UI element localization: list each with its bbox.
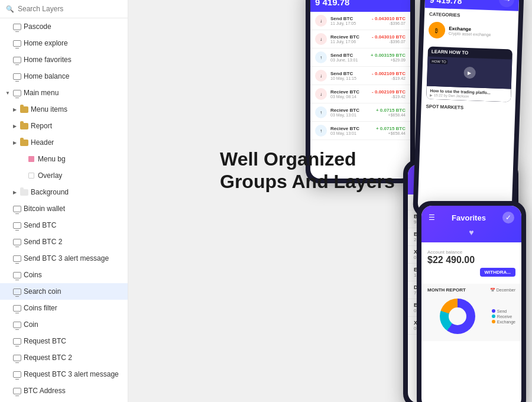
tx-info: Recieve BTC 03 May, 08:14 — [330, 89, 368, 99]
layer-type-icon — [13, 89, 21, 97]
arrow-icon: → — [499, 0, 515, 8]
tx-btc: + 0.0715 BTC — [376, 108, 406, 113]
layer-type-icon — [27, 155, 35, 163]
layer-type-icon — [20, 105, 28, 114]
check-icon-p4: ✓ — [502, 212, 514, 223]
search-bar[interactable]: 🔍 — [0, 0, 128, 18]
tx-btc: + 0.003159 BTC — [371, 53, 406, 58]
layer-item-main-menu[interactable]: Main menu — [0, 85, 128, 101]
tx-info: Recieve BTC 03 May, 13:01 — [330, 108, 372, 117]
layer-item-report[interactable]: Report — [0, 118, 128, 134]
hero-line2: Groups And Layers — [220, 170, 395, 193]
video-duration: ▶ 15:22 — [430, 93, 443, 98]
layer-item-search-coin[interactable]: Search coin — [0, 283, 128, 300]
layer-item-coin[interactable]: Coin — [0, 316, 128, 333]
month-report-title: MONTH REPORT — [427, 287, 466, 293]
layer-type-icon — [20, 122, 28, 130]
right-content: Well Organized Groups And Layers BTC / U… — [128, 0, 532, 402]
layer-label-text: Bitcoin wallet — [24, 205, 65, 213]
layer-item-coins[interactable]: Coins — [0, 267, 128, 283]
categories-title: CATEGORIES — [429, 12, 514, 20]
layer-label-text: Coin — [24, 320, 38, 329]
tx-amount: + 0.0715 BTC +$658.44 — [376, 126, 406, 135]
btc-value: 9 419.78 — [315, 0, 406, 7]
tx-name: Recieve BTC — [330, 108, 372, 113]
withdraw-button[interactable]: WITHDRA... — [480, 268, 515, 277]
transaction-item: ↑ Send BTC 03 June, 13:01 + 0.003159 BTC… — [310, 48, 410, 67]
layer-label-text: Coins — [24, 271, 42, 279]
layer-item-send-btc-3[interactable]: Send BTC 3 alert message — [0, 250, 128, 267]
tx-btc: + 0.0715 BTC — [376, 126, 406, 131]
layer-item-pascode[interactable]: Pascode — [0, 18, 128, 35]
tx-btc: - 0.043010 BTC — [372, 34, 406, 40]
tx-date: 03 June, 13:01 — [330, 58, 367, 62]
december-label: December — [497, 288, 515, 292]
layer-item-request-btc-2[interactable]: Request BTC 2 — [0, 349, 128, 366]
layer-item-coins-filter[interactable]: Coins filter — [0, 300, 128, 316]
tx-amount: - 0.002109 BTC -$19.42 — [372, 71, 406, 80]
transaction-item: ↓ Send BTC 11 July, 17:05 - 0.043010 BTC… — [310, 12, 410, 30]
layer-type-icon — [13, 354, 21, 362]
chevron-icon — [12, 189, 18, 195]
play-button[interactable]: ▶ — [463, 67, 476, 79]
hamburger-icon-p4: ☰ — [429, 213, 435, 222]
tx-usd: +$658.44 — [376, 113, 406, 117]
tx-date: 10 May, 11:15 — [330, 76, 368, 80]
phone3-btc-value: 9 419.78 — [430, 0, 462, 5]
tx-icon: ↓ — [315, 88, 327, 100]
tx-usd: -$19.42 — [372, 76, 406, 80]
hero-text: Well Organized Groups And Layers — [220, 148, 395, 193]
layer-item-background[interactable]: Background — [0, 184, 128, 200]
tx-date: 03 May, 13:01 — [330, 131, 372, 135]
layers-list: PascodeHome exploreHome favoritesHome ba… — [0, 18, 128, 402]
layer-item-request-btc-3[interactable]: Request BTC 3 alert message — [0, 366, 128, 382]
tx-name: Recieve BTC — [330, 126, 372, 131]
tx-info: Send BTC 10 May, 11:15 — [330, 71, 368, 80]
search-input[interactable] — [18, 5, 122, 13]
how-to-label: HOW TO — [430, 59, 448, 64]
search-icon: 🔍 — [6, 5, 14, 13]
layer-type-icon — [13, 39, 21, 47]
layer-type-icon — [13, 205, 21, 213]
layer-label-text: Send BTC 3 alert message — [24, 254, 109, 262]
layer-item-bitcoin-wallet[interactable]: Bitcoin wallet — [0, 200, 128, 217]
tx-icon: ↓ — [315, 70, 327, 82]
chevron-icon — [12, 140, 18, 145]
layer-item-send-btc-2[interactable]: Send BTC 2 — [0, 234, 128, 250]
layer-label-text: BTC Address — [24, 387, 66, 395]
tx-date: 11 July, 17:05 — [330, 21, 368, 25]
layer-type-icon — [13, 387, 21, 395]
layer-item-menu-items[interactable]: Menu items — [0, 101, 128, 118]
tx-usd: -$19.42 — [372, 95, 406, 99]
transaction-item: ↓ Recieve BTC 03 May, 08:14 - 0.002109 B… — [310, 85, 410, 103]
layer-type-icon — [13, 271, 21, 279]
tx-date: 03 May, 13:01 — [330, 113, 372, 117]
chevron-icon — [12, 123, 18, 129]
layer-item-header[interactable]: Header — [0, 134, 128, 151]
layer-item-home-balance[interactable]: Home balance — [0, 68, 128, 85]
layer-item-btc-address[interactable]: BTC Address — [0, 382, 128, 399]
layer-type-icon — [13, 337, 21, 345]
layer-item-overlay[interactable]: Overlay — [0, 167, 128, 184]
layers-panel: 🔍 PascodeHome exploreHome favoritesHome … — [0, 0, 128, 402]
layer-label-text: Overlay — [38, 171, 62, 180]
layer-item-send-btc[interactable]: Send BTC — [0, 217, 128, 234]
layer-label-text: Request BTC 2 — [24, 354, 72, 362]
layer-item-request-btc[interactable]: Request BTC — [0, 333, 128, 349]
layer-label-text: Report — [31, 122, 52, 130]
calendar-icon: 📅 — [490, 288, 495, 293]
transaction-item: ↓ Send BTC 10 May, 11:15 - 0.002109 BTC … — [310, 67, 410, 85]
layer-type-icon — [13, 370, 21, 378]
tx-icon: ↑ — [315, 106, 327, 118]
tx-usd: +$658.44 — [376, 131, 406, 135]
chevron-icon — [12, 106, 18, 112]
layer-type-icon — [20, 138, 28, 147]
spot-markets-label: SPOT MARKETS — [421, 101, 515, 115]
phones-area: BTC / USDT 9 419.78 ↓ Send BTC 11 July, … — [128, 0, 532, 402]
tx-name: Send BTC — [330, 53, 367, 58]
layer-label-text: Request BTC 3 alert message — [24, 370, 119, 378]
layer-item-home-explore[interactable]: Home explore — [0, 35, 128, 51]
layer-type-icon — [13, 22, 21, 31]
layer-item-menu-bg[interactable]: Menu bg — [0, 151, 128, 167]
layer-item-home-favorites[interactable]: Home favorites — [0, 51, 128, 68]
